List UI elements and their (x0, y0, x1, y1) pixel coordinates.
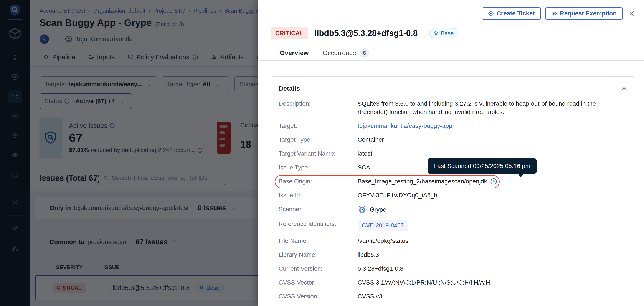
occurrence-count-badge: 6 (360, 48, 369, 58)
critical-count: 18 (240, 138, 260, 150)
tab-policy-label: Policy Evaluations (136, 53, 189, 61)
author-name: Teja Kummarikuntla (76, 35, 133, 43)
detail-value: CVSS v3 (358, 292, 382, 301)
sidebar-item-exemptions[interactable] (8, 149, 22, 161)
reference-id-pill[interactable]: CVE-2019-8457 (358, 220, 408, 231)
request-exemption-label: Request Exemption (560, 10, 617, 17)
sidebar-item-executions[interactable] (8, 110, 22, 122)
detail-label: File Name: (278, 237, 358, 245)
module-selector-button[interactable] (7, 26, 23, 41)
policy-tab-icon (127, 54, 133, 60)
sidebar-item-project-settings[interactable] (8, 196, 22, 208)
scan-shield-icon (11, 73, 19, 81)
executions-play-icon (11, 112, 19, 120)
info-icon[interactable] (110, 123, 115, 128)
detail-row: Issue Id: OFYV-3EuP1wDYOq0_iA6_h (278, 191, 628, 199)
common-group-header[interactable]: Common to previous scan 67 Issues ⌃ (50, 238, 178, 246)
breadcrumb-separator: › (88, 7, 90, 14)
gear-icon (11, 198, 19, 206)
sidebar-item-default-settings[interactable] (8, 223, 22, 235)
sidebar-nav (0, 51, 30, 255)
detail-value: SCA (358, 163, 370, 172)
dedup-percent: 97.01% (69, 147, 89, 154)
pipelines-icon (11, 93, 19, 100)
issues-search-input[interactable] (112, 175, 221, 181)
detail-value: Base_Image_testing_2/baseimagescan/openj… (358, 177, 498, 186)
target-type-filter[interactable]: Target Type: All ⌄ (162, 76, 229, 92)
shield-search-icon (44, 130, 58, 145)
status-filter[interactable]: Status : Active (67) +4 ⌄ (40, 93, 132, 109)
detail-value: /var/lib/dpkg/status (358, 237, 408, 245)
detail-label: Issue Type: (278, 163, 358, 172)
tab-occurrence-label: Occurrence (322, 49, 356, 57)
collapse-chevron-up-icon[interactable] (620, 85, 628, 92)
targets-filter[interactable]: Targets: tejakummarikuntla/easy... ⌄ (40, 76, 157, 92)
target-type-filter-label: Target Type: (167, 81, 200, 88)
critical-label: Critical (240, 122, 260, 129)
tab-overview[interactable]: Overview (280, 49, 308, 61)
tab-artifacts[interactable]: Artifacts (211, 53, 244, 61)
issues-search[interactable] (99, 171, 226, 185)
tab-inputs-label: Inputs (97, 53, 115, 61)
create-ticket-button[interactable]: Create Ticket (482, 7, 541, 19)
eye-slash-icon (11, 151, 19, 159)
detail-value: SQLite3 from 3.6.0 to and including 3.27… (358, 100, 614, 116)
last-scanned-clock-icon[interactable] (490, 178, 498, 185)
logo-underline (8, 19, 22, 20)
breadcrumb-separator: › (188, 7, 190, 14)
detail-value: Grype (358, 205, 386, 214)
close-drawer-button[interactable] (627, 9, 636, 18)
sidebar-item-org-settings[interactable] (8, 242, 22, 255)
detail-value: Container (358, 136, 384, 144)
sidebar-item-home[interactable] (8, 51, 22, 64)
detail-row: Scanner: Grype (278, 205, 628, 214)
meta-divider (57, 33, 57, 45)
info-icon (192, 54, 198, 60)
breadcrumb-pipelines[interactable]: Pipelines (194, 7, 216, 14)
drawer-base-tag-pill: Base (429, 28, 458, 38)
tab-inputs[interactable]: Inputs (88, 53, 115, 61)
tab-policy-evaluations[interactable]: Policy Evaluations (127, 53, 198, 61)
only-in-prefix: Only in (50, 204, 71, 212)
pipeline-tab-icon (43, 54, 49, 60)
sidebar-item-scans[interactable] (8, 71, 22, 83)
chevron-down-icon[interactable]: ⌄ (231, 205, 236, 211)
build-id: (Build Id: 3) (155, 21, 184, 27)
detail-value: latest (358, 150, 372, 158)
chevron-down-icon: ⌄ (120, 98, 124, 104)
scanner-name: Grype (370, 206, 386, 214)
avatar-magnifier-icon (42, 36, 47, 42)
sidebar-divider (6, 188, 24, 188)
detail-label: Scanner: (278, 205, 358, 213)
breadcrumb-account[interactable]: Account: STO test (40, 7, 85, 14)
chevron-up-icon[interactable]: ⌃ (173, 239, 178, 246)
sidebar-item-targets[interactable] (8, 130, 22, 142)
sidebar-item-pipelines[interactable] (8, 90, 22, 103)
home-icon (11, 54, 19, 61)
target-type-filter-value: All (202, 81, 210, 88)
issues-section-title: Issues (Total 67) (40, 174, 100, 183)
detail-row: File Name: /var/lib/dpkg/status (278, 237, 628, 245)
column-severity: SEVERITY (56, 264, 103, 271)
targets-filter-value: tejakummarikuntla/easy... (68, 81, 142, 88)
sidebar-item-getting-started[interactable] (8, 169, 22, 181)
breadcrumb-project[interactable]: Project: STO (153, 7, 186, 14)
info-icon[interactable] (197, 148, 203, 153)
tab-pipeline[interactable]: Pipeline (43, 53, 75, 61)
detail-value[interactable]: tejakummarikuntla/easy-buggy-app (358, 122, 452, 130)
issues-table-header: SEVERITY ISSUE (35, 264, 120, 271)
common-text: previous scan (88, 239, 126, 246)
breadcrumb-organization[interactable]: Organization: default (93, 7, 145, 14)
tab-pipeline-label: Pipeline (52, 53, 75, 61)
detail-value: OFYV-3EuP1wDYOq0_iA6_h (358, 191, 437, 199)
sto-shield-logo-icon (8, 3, 22, 17)
request-exemption-button[interactable]: Request Exemption (545, 7, 623, 19)
breadcrumb-separator: › (148, 7, 150, 14)
detail-label: Target: (278, 122, 358, 130)
severity-badge: CRITICAL (52, 283, 86, 293)
author: Teja Kummarikuntla (65, 35, 133, 43)
detail-label: Reference Identifiers: (278, 220, 358, 228)
stages-filter-label: Stages: (240, 81, 260, 88)
chevron-down-icon: ⌄ (216, 81, 220, 87)
status-filter-label: Status (45, 98, 62, 105)
